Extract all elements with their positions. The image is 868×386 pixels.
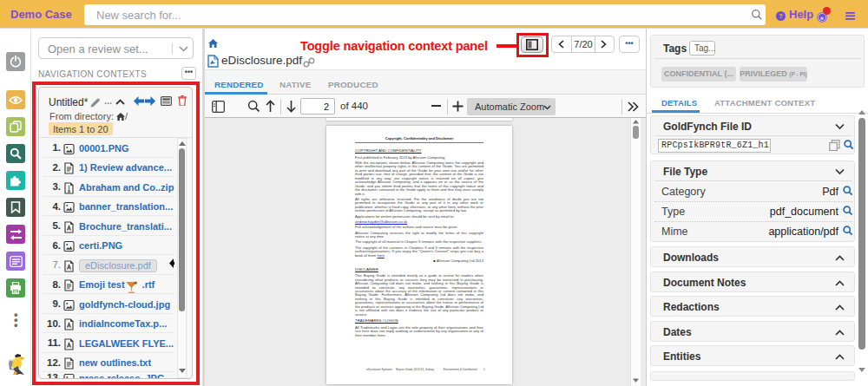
svg-text:?: ? bbox=[779, 12, 783, 20]
